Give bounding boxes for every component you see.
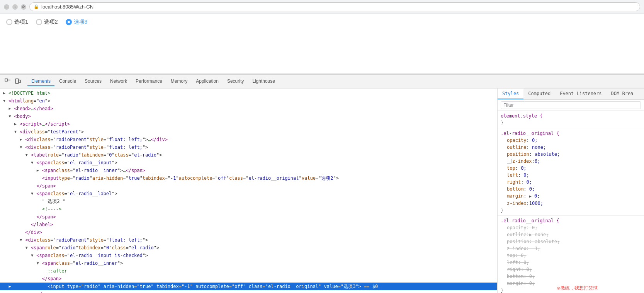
page-content: 选项1 选项2 选项3 [0, 14, 644, 74]
line-div-radioparent-3: ▼<div class="radioParent" style="float: … [0, 236, 497, 244]
styles-filter [498, 100, 644, 111]
tab-sources[interactable]: Sources [81, 77, 105, 86]
line-doctype: ▶<!DOCTYPE html> [0, 89, 497, 97]
line-input-original-selected: ▶ <input type="radio" aria-hidden="true"… [0, 283, 497, 290]
tab-lighthouse[interactable]: Lighthouse [248, 77, 279, 86]
line-span-input-checked: ▼<span class="el-radio__input is-checked… [0, 252, 497, 259]
line-span-inner-checked: ▼<span class="el-radio__inner"> [0, 259, 497, 267]
line-label-close: </label> [0, 221, 497, 228]
styles-tab-event-listeners[interactable]: Event Listeners [555, 89, 606, 99]
line-div-radioparent-2: ▼<div class="radioParent" style="float: … [0, 143, 497, 151]
selector-el-radio-original-1: .el-radio__original { [501, 131, 559, 136]
line-input-original: <input type="radio" aria-hidden="true" t… [0, 174, 497, 182]
line-span-label: ▼<span class="el-radio__label"> [0, 190, 497, 198]
radio-circle-3 [66, 19, 72, 25]
tab-network[interactable]: Network [106, 77, 131, 86]
line-div-testparent: ▼<div class="testParent"> [0, 128, 497, 136]
back-button[interactable]: ← [4, 4, 9, 10]
radio-label-1: 选项1 [14, 19, 28, 26]
radio-item-1[interactable]: 选项1 [6, 19, 28, 26]
styles-tab-dom-breakpoints[interactable]: DOM Brea [607, 89, 638, 99]
rule-element-style: element.style { } [498, 111, 644, 128]
selector-el-radio-original-2: .el-radio__original { [501, 218, 559, 223]
checkbox-z-index[interactable] [507, 159, 511, 164]
svg-rect-0 [5, 79, 7, 81]
radio-label-2: 选项2 [44, 19, 58, 26]
line-span-close: </span> [0, 182, 497, 190]
lock-icon: 🔒 [34, 4, 39, 9]
browser-bar: ← → ⟳ 🔒 localhost:8085/#/zh-CN [0, 0, 644, 14]
tab-application[interactable]: Application [192, 77, 223, 86]
radio-item-3[interactable]: 选项3 [66, 19, 88, 26]
line-span-input-close: </span> [0, 290, 497, 293]
radio-label-3: 选项3 [74, 19, 88, 26]
line-after: ::after [0, 267, 497, 275]
radio-circle-1 [6, 19, 12, 25]
address-bar[interactable]: 🔒 localhost:8085/#/zh-CN [29, 2, 640, 11]
radio-circle-2 [36, 19, 42, 25]
line-div-radioparent-2-close: </div> [0, 228, 497, 236]
line-span-label-close: </span> [0, 213, 497, 221]
styles-tab-styles[interactable]: Styles [498, 89, 523, 99]
line-comment-1: <!----> [0, 205, 497, 213]
styles-panel[interactable]: Styles Computed Event Listeners DOM Brea… [497, 89, 644, 293]
refresh-button[interactable]: ⟳ [21, 4, 26, 10]
url-text: localhost:8085/#/zh-CN [41, 4, 93, 10]
tab-console[interactable]: Console [55, 77, 80, 86]
devtools-toolbar: Elements Console Sources Network Perform… [0, 75, 644, 89]
styles-tab-computed[interactable]: Computed [523, 89, 555, 99]
line-text-option2: " 选项2 " [0, 198, 497, 205]
svg-rect-3 [19, 80, 20, 83]
elements-panel[interactable]: ▶<!DOCTYPE html> ▼<html lang="en"> ▶<hea… [0, 89, 497, 293]
line-html: ▼<html lang="en"> [0, 97, 497, 105]
toolbar-separator [25, 78, 25, 85]
inspect-element-button[interactable] [3, 77, 12, 86]
svg-rect-2 [15, 79, 19, 83]
line-script: ▶<script>…</script> [0, 120, 497, 128]
rule-el-radio-original-active: .el-radio__original { opacity: 0; outlin… [498, 128, 644, 216]
line-body: ▼<body> [0, 112, 497, 120]
tab-elements[interactable]: Elements [27, 77, 54, 86]
line-span-role-radio: ▼<span role="radio" tabindex="0" class="… [0, 244, 497, 252]
styles-filter-input[interactable] [501, 101, 641, 109]
tab-memory[interactable]: Memory [167, 77, 191, 86]
radio-group: 选项1 选项2 选项3 [6, 19, 638, 26]
line-label: ▼<label role="radio" tabindex="0" class=… [0, 151, 497, 159]
device-toolbar-button[interactable] [13, 77, 22, 86]
tab-performance[interactable]: Performance [132, 77, 166, 86]
line-head: ▶<head>…</head> [0, 105, 497, 112]
radio-item-2[interactable]: 选项2 [36, 19, 58, 26]
devtools: Elements Console Sources Network Perform… [0, 74, 644, 293]
line-span-input: ▼<span class="el-radio__input"> [0, 159, 497, 167]
line-span-inner-close: </span> [0, 275, 497, 283]
styles-tabs: Styles Computed Event Listeners DOM Brea [498, 89, 644, 100]
forward-button[interactable]: → [12, 4, 18, 10]
line-div-radioparent-1: ▶<div class="radioParent" style="float: … [0, 136, 497, 143]
devtools-main: ▶<!DOCTYPE html> ▼<html lang="en"> ▶<hea… [0, 89, 644, 293]
z-index-1000-row: z-index: 1000; → [507, 200, 641, 207]
line-span-inner: ▶<span class="el-radio__inner">…</span> [0, 167, 497, 174]
selector-element-style: element.style { [501, 113, 542, 119]
tab-security[interactable]: Security [223, 77, 248, 86]
rule-el-radio-original-strike-1: .el-radio__original { opacity: 0; outlin… [498, 216, 644, 293]
